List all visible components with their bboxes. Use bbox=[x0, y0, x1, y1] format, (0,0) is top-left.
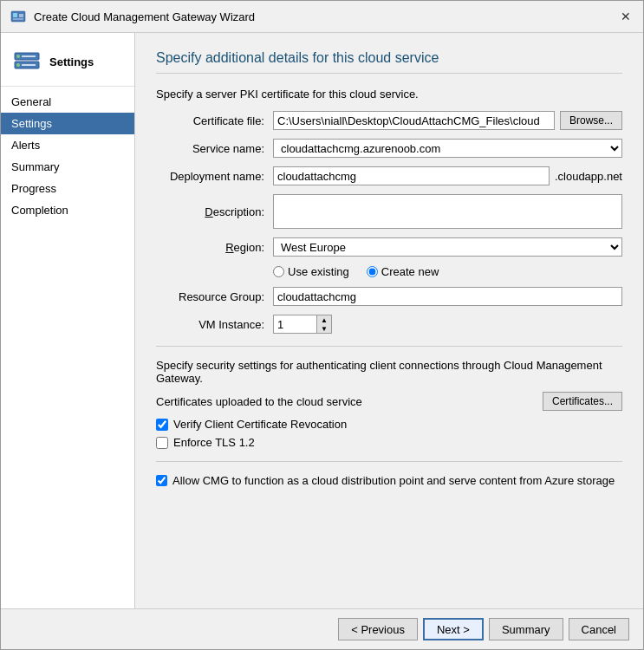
verify-cert-checkbox[interactable] bbox=[156, 419, 168, 431]
sidebar-item-alerts[interactable]: Alerts bbox=[1, 134, 134, 156]
intro-text: Specify a server PKI certificate for thi… bbox=[156, 88, 622, 101]
previous-button[interactable]: < Previous bbox=[338, 618, 418, 640]
svg-rect-1 bbox=[13, 13, 17, 17]
resource-group-input[interactable] bbox=[273, 287, 622, 306]
spinner-down[interactable]: ▼ bbox=[317, 324, 331, 333]
verify-cert-label: Verify Client Certificate Revocation bbox=[173, 418, 347, 431]
enforce-tls-checkbox[interactable] bbox=[156, 437, 168, 449]
svg-rect-10 bbox=[22, 64, 36, 66]
section-title: Specify additional details for this clou… bbox=[156, 50, 622, 74]
vm-instance-input[interactable] bbox=[273, 315, 316, 334]
description-input[interactable] bbox=[273, 194, 622, 229]
title-bar: Create Cloud Management Gateway Wizard ✕ bbox=[1, 1, 643, 33]
resource-group-row: Resource Group: bbox=[156, 287, 622, 306]
sidebar: Settings General Settings Alerts Summary… bbox=[1, 33, 135, 608]
resource-group-radio: Use existing Create new bbox=[273, 265, 622, 278]
description-row: Description: bbox=[156, 194, 622, 229]
vm-instance-label: VM Instance: bbox=[156, 318, 273, 331]
form-section: Specify a server PKI certificate for thi… bbox=[156, 88, 622, 591]
radio-create-new-label: Create new bbox=[381, 265, 439, 278]
region-label: Region: bbox=[156, 241, 273, 254]
service-name-label: Service name: bbox=[156, 142, 273, 155]
allow-cmg-label: Allow CMG to function as a cloud distrib… bbox=[172, 474, 615, 487]
summary-button[interactable]: Summary bbox=[489, 618, 563, 640]
settings-icon bbox=[11, 46, 42, 77]
svg-point-9 bbox=[16, 63, 20, 67]
certs-label: Certificates uploaded to the cloud servi… bbox=[156, 395, 362, 408]
spinner-buttons: ▲ ▼ bbox=[316, 315, 332, 334]
region-select[interactable]: West Europe bbox=[273, 237, 622, 257]
sidebar-item-settings[interactable]: Settings bbox=[1, 113, 134, 134]
sidebar-item-summary[interactable]: Summary bbox=[1, 156, 134, 178]
content-area: Settings General Settings Alerts Summary… bbox=[1, 33, 643, 608]
wizard-icon bbox=[10, 8, 27, 25]
main-content: Specify additional details for this clou… bbox=[135, 33, 643, 608]
cancel-button[interactable]: Cancel bbox=[569, 618, 629, 640]
service-name-select[interactable]: cloudattachcmg.azurenoob.com bbox=[273, 139, 622, 158]
cert-file-label: Certificate file: bbox=[156, 114, 273, 127]
description-label: Description: bbox=[156, 205, 273, 218]
cert-file-row: Certificate file: Browse... bbox=[156, 111, 622, 130]
divider2 bbox=[156, 461, 622, 462]
sidebar-item-progress[interactable]: Progress bbox=[1, 178, 134, 199]
spinner-up[interactable]: ▲ bbox=[317, 315, 331, 324]
deployment-name-input[interactable] bbox=[273, 166, 550, 185]
svg-rect-7 bbox=[22, 55, 36, 57]
deployment-name-label: Deployment name: bbox=[156, 170, 273, 183]
footer: < Previous Next > Summary Cancel bbox=[1, 608, 643, 649]
sidebar-header: Settings bbox=[1, 37, 134, 87]
dialog-title: Create Cloud Management Gateway Wizard bbox=[34, 10, 255, 23]
certs-row: Certificates uploaded to the cloud servi… bbox=[156, 392, 622, 411]
sidebar-header-label: Settings bbox=[49, 55, 94, 68]
security-intro: Specify security settings for authentica… bbox=[156, 359, 622, 385]
service-name-row: Service name: cloudattachcmg.azurenoob.c… bbox=[156, 139, 622, 158]
sidebar-item-general[interactable]: General bbox=[1, 91, 134, 113]
cloudapp-suffix: .cloudapp.net bbox=[555, 170, 622, 183]
verify-cert-row: Verify Client Certificate Revocation bbox=[156, 418, 622, 431]
dialog-window: Create Cloud Management Gateway Wizard ✕… bbox=[0, 0, 644, 650]
enforce-tls-label: Enforce TLS 1.2 bbox=[173, 436, 255, 449]
close-button[interactable]: ✕ bbox=[617, 8, 634, 25]
svg-point-6 bbox=[16, 55, 20, 58]
allow-cmg-row: Allow CMG to function as a cloud distrib… bbox=[156, 474, 622, 487]
vm-instance-row: VM Instance: ▲ ▼ bbox=[156, 315, 622, 334]
deployment-name-row: Deployment name: .cloudapp.net bbox=[156, 166, 622, 185]
certificates-button[interactable]: Certificates... bbox=[543, 392, 622, 411]
title-bar-left: Create Cloud Management Gateway Wizard bbox=[10, 8, 255, 25]
radio-use-existing-label: Use existing bbox=[288, 265, 349, 278]
next-button[interactable]: Next > bbox=[423, 618, 484, 640]
resource-group-label: Resource Group: bbox=[156, 290, 273, 303]
radio-create-new[interactable]: Create new bbox=[367, 265, 439, 278]
vm-instance-spinner: ▲ ▼ bbox=[273, 315, 332, 334]
divider bbox=[156, 346, 622, 347]
sidebar-item-completion[interactable]: Completion bbox=[1, 199, 134, 221]
radio-use-existing[interactable]: Use existing bbox=[273, 265, 349, 278]
enforce-tls-row: Enforce TLS 1.2 bbox=[156, 436, 622, 449]
cert-file-input[interactable] bbox=[273, 111, 555, 130]
browse-button[interactable]: Browse... bbox=[560, 111, 622, 130]
allow-cmg-checkbox[interactable] bbox=[156, 475, 167, 486]
region-row: Region: West Europe bbox=[156, 237, 622, 257]
